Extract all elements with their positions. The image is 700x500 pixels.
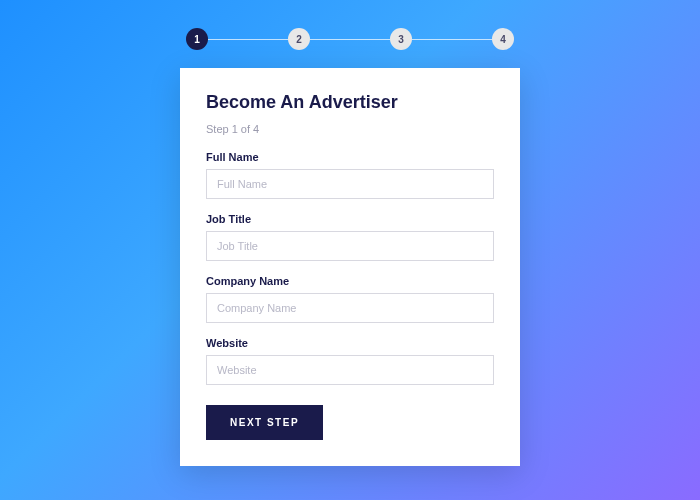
step-counter-text: Step 1 of 4 [206, 123, 494, 135]
company-name-input[interactable] [206, 293, 494, 323]
field-group-full-name: Full Name [206, 151, 494, 199]
step-circle-4[interactable]: 4 [492, 28, 514, 50]
field-group-website: Website [206, 337, 494, 385]
page-title: Become An Advertiser [206, 92, 494, 113]
field-group-company-name: Company Name [206, 275, 494, 323]
step-circle-1[interactable]: 1 [186, 28, 208, 50]
step-connector [208, 39, 288, 40]
job-title-input[interactable] [206, 231, 494, 261]
full-name-label: Full Name [206, 151, 494, 163]
next-step-button[interactable]: NEXT STEP [206, 405, 323, 440]
step-circle-3[interactable]: 3 [390, 28, 412, 50]
company-name-label: Company Name [206, 275, 494, 287]
website-label: Website [206, 337, 494, 349]
step-circle-2[interactable]: 2 [288, 28, 310, 50]
field-group-job-title: Job Title [206, 213, 494, 261]
job-title-label: Job Title [206, 213, 494, 225]
step-connector [412, 39, 492, 40]
website-input[interactable] [206, 355, 494, 385]
step-connector [310, 39, 390, 40]
full-name-input[interactable] [206, 169, 494, 199]
form-card: Become An Advertiser Step 1 of 4 Full Na… [180, 68, 520, 466]
step-indicator: 1 2 3 4 [186, 28, 514, 50]
